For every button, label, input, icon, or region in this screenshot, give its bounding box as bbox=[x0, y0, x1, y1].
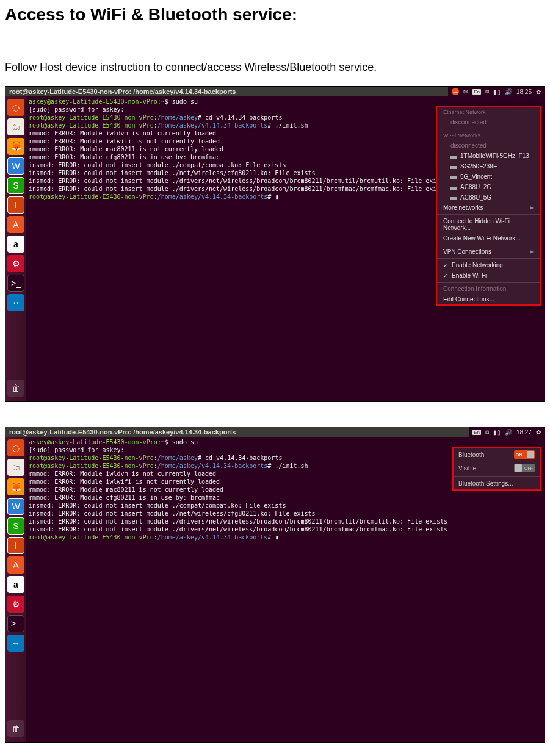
amazon-icon[interactable]: a bbox=[7, 236, 24, 253]
amazon-icon[interactable]: a bbox=[7, 576, 24, 593]
keyboard-indicator[interactable]: En bbox=[472, 89, 481, 95]
prompt-user: root@askey-Latitude-E5430-non-vPro bbox=[29, 193, 154, 200]
terminal-launcher-icon[interactable]: >_ bbox=[7, 615, 24, 632]
dash-icon[interactable]: ◌ bbox=[7, 439, 24, 456]
settings-icon[interactable]: ⚙ bbox=[7, 596, 24, 613]
connect-hidden[interactable]: Connect to Hidden Wi-Fi Network... bbox=[437, 216, 540, 233]
wifi-ssid: 5G_Vincent bbox=[460, 173, 492, 180]
bluetooth-settings[interactable]: Bluetooth Settings... bbox=[454, 478, 540, 489]
terminal-line: insmod: ERROR: could not insert module .… bbox=[29, 185, 447, 192]
terminal-line: insmod: ERROR: could not insert module .… bbox=[29, 178, 447, 184]
gear-icon[interactable]: ✿ bbox=[536, 429, 541, 436]
screenshot-wifi: root@askey-Latitude-E5430-non-vPro: /hom… bbox=[5, 86, 545, 402]
firefox-icon[interactable]: 🦊 bbox=[7, 478, 24, 495]
connection-info: Connection Information bbox=[437, 284, 540, 294]
chevron-right-icon: ▶ bbox=[530, 205, 534, 211]
mail-icon[interactable]: ✉ bbox=[463, 88, 468, 95]
wifi-network-item[interactable]: AC88U_5G bbox=[437, 192, 540, 203]
terminal-line: rmmod: ERROR: Module cfg80211 is in use … bbox=[29, 494, 220, 501]
writer-icon[interactable]: W bbox=[7, 157, 24, 175]
page-instruction: Follow Host device instruction to connec… bbox=[5, 61, 545, 74]
nm-wifi-state: disconnected bbox=[437, 140, 540, 151]
prompt-user: askey@askey-Latitude-E5430-non-vPro bbox=[29, 98, 157, 105]
visible-toggle-row[interactable]: Visible OFF bbox=[454, 461, 540, 475]
bluetooth-label: Bluetooth bbox=[458, 452, 484, 458]
close-icon[interactable]: — bbox=[452, 88, 459, 95]
keyboard-indicator[interactable]: En bbox=[472, 430, 481, 435]
wifi-signal-icon bbox=[450, 175, 457, 179]
settings-icon[interactable]: ⚙ bbox=[7, 255, 24, 272]
firefox-icon[interactable]: 🦊 bbox=[7, 138, 24, 155]
visible-toggle[interactable]: OFF bbox=[514, 464, 535, 472]
system-topbar: — ✉ En ⧈ ▮▯ 🔊 18:25 ✿ bbox=[448, 87, 545, 96]
prompt-user: askey@askey-Latitude-E5430-non-vPro bbox=[29, 439, 157, 445]
trash-icon[interactable]: 🗑 bbox=[7, 380, 24, 397]
battery-icon[interactable]: ▮▯ bbox=[493, 88, 501, 95]
volume-icon[interactable]: 🔊 bbox=[505, 429, 512, 436]
gear-icon[interactable]: ✿ bbox=[536, 88, 541, 95]
label: More networks bbox=[443, 204, 483, 211]
wifi-network-item[interactable]: AC88U_2G bbox=[437, 182, 540, 192]
calc-icon[interactable]: S bbox=[7, 177, 24, 194]
terminal-line: rmmod: ERROR: Module iwldvm is not curre… bbox=[29, 130, 216, 137]
prompt-user: root@askey-Latitude-E5430-non-vPro bbox=[29, 114, 154, 121]
wifi-signal-icon bbox=[450, 195, 457, 200]
teamviewer-icon[interactable]: ↔ bbox=[7, 635, 24, 652]
files-icon[interactable]: 🗂 bbox=[7, 459, 24, 476]
trash-icon[interactable]: 🗑 bbox=[7, 720, 24, 737]
cmd: cd v4.14.34-backports bbox=[205, 455, 282, 461]
bluetooth-toggle-row[interactable]: Bluetooth ON bbox=[454, 448, 540, 461]
wifi-network-item[interactable]: SG250F239E bbox=[437, 161, 540, 171]
chevron-right-icon: ▶ bbox=[530, 249, 534, 254]
terminal-line: [sudo] password for askey: bbox=[29, 447, 125, 453]
wifi-network-item[interactable]: 5G_Vincent bbox=[437, 171, 540, 182]
wifi-network-item[interactable]: 1TMobileWiFi-5GHz_F13 bbox=[437, 151, 540, 161]
prompt-path: /home/askey/v4.14.34-backports bbox=[157, 534, 268, 541]
terminal-line: [sudo] password for askey: bbox=[29, 106, 125, 113]
impress-icon[interactable]: I bbox=[7, 537, 24, 554]
enable-wifi[interactable]: ✓Enable Wi-Fi bbox=[437, 270, 540, 281]
more-networks[interactable]: More networks▶ bbox=[437, 203, 540, 213]
volume-icon[interactable]: 🔊 bbox=[505, 88, 512, 95]
bluetooth-icon[interactable]: ⧈ bbox=[485, 428, 489, 436]
edit-connections[interactable]: Edit Connections... bbox=[437, 294, 540, 304]
label: Bluetooth Settings... bbox=[458, 480, 513, 487]
terminal-line: insmod: ERROR: could not insert module .… bbox=[29, 510, 316, 517]
bluetooth-toggle[interactable]: ON bbox=[514, 450, 535, 459]
cursor-icon: ▮ bbox=[275, 193, 278, 200]
prompt-path: /home/askey/v4.14.34-backports bbox=[157, 463, 268, 469]
separator bbox=[437, 214, 540, 215]
clock[interactable]: 18:25 bbox=[516, 88, 532, 95]
files-icon[interactable]: 🗂 bbox=[7, 118, 24, 135]
page-heading: Access to WiFi & Bluetooth service: bbox=[5, 5, 545, 24]
software-icon[interactable]: A bbox=[7, 216, 24, 233]
visible-label: Visible bbox=[458, 465, 476, 472]
terminal-line: rmmod: ERROR: Module iwldvm is not curre… bbox=[29, 470, 216, 477]
prompt-user: root@askey-Latitude-E5430-non-vPro bbox=[29, 463, 154, 469]
separator bbox=[437, 129, 540, 129]
clock[interactable]: 18:27 bbox=[516, 429, 532, 436]
prompt-path: /home/askey bbox=[157, 455, 198, 461]
dash-icon[interactable]: ◌ bbox=[7, 99, 24, 116]
software-icon[interactable]: A bbox=[7, 556, 24, 574]
create-wifi[interactable]: Create New Wi-Fi Network... bbox=[437, 233, 540, 243]
terminal-line: rmmod: ERROR: Module iwlwifi is not curr… bbox=[29, 478, 220, 485]
terminal-line: rmmod: ERROR: Module iwlwifi is not curr… bbox=[29, 138, 220, 145]
wifi-ssid: 1TMobileWiFi-5GHz_F13 bbox=[460, 153, 529, 159]
system-topbar: En ⧈ ▮▯ 🔊 18:27 ✿ bbox=[469, 427, 545, 437]
prompt-user: root@askey-Latitude-E5430-non-vPro bbox=[29, 534, 154, 541]
vpn-connections[interactable]: VPN Connections▶ bbox=[437, 247, 540, 257]
teamviewer-icon[interactable]: ↔ bbox=[7, 294, 24, 311]
separator bbox=[437, 258, 540, 259]
enable-networking[interactable]: ✓Enable Networking bbox=[437, 260, 540, 270]
writer-icon[interactable]: W bbox=[7, 498, 24, 515]
prompt-user: root@askey-Latitude-E5430-non-vPro bbox=[29, 122, 154, 129]
terminal-line: insmod: ERROR: could not insert module .… bbox=[29, 170, 316, 176]
calc-icon[interactable]: S bbox=[7, 517, 24, 535]
impress-icon[interactable]: I bbox=[7, 196, 24, 214]
cursor-icon: ▮ bbox=[275, 534, 278, 541]
bluetooth-icon[interactable]: ⧈ bbox=[485, 88, 489, 95]
wifi-ssid: AC88U_5G bbox=[460, 194, 491, 201]
battery-icon[interactable]: ▮▯ bbox=[493, 429, 501, 436]
terminal-launcher-icon[interactable]: >_ bbox=[7, 275, 24, 292]
